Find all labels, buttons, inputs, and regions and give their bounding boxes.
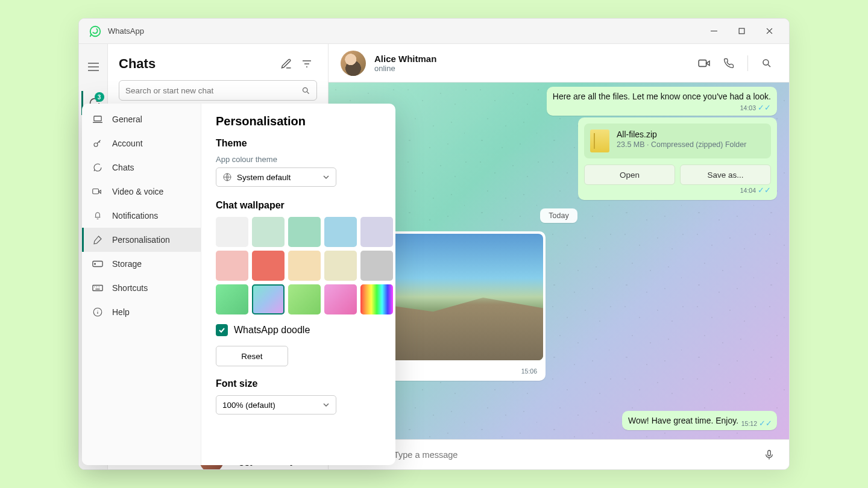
message-time: 14:03 <box>740 104 756 112</box>
chats-heading: Chats <box>119 56 276 72</box>
svg-point-25 <box>95 263 96 264</box>
message-text: Wow! Have great time. Enjoy. <box>628 416 738 425</box>
settings-item-shortcuts[interactable]: Shortcuts <box>82 276 201 300</box>
wallpaper-swatch[interactable] <box>252 217 285 247</box>
settings-item-storage[interactable]: Storage <box>82 252 201 276</box>
settings-popover: General Account Chats Video & voice Noti… <box>82 104 395 465</box>
doodle-checkbox[interactable]: WhatsApp doodle <box>216 324 381 336</box>
settings-item-personalisation[interactable]: Personalisation <box>82 228 201 252</box>
wallpaper-swatch[interactable] <box>324 284 357 314</box>
message-out[interactable]: Wow! Have great time. Enjoy. 15:12✓✓ <box>622 411 777 430</box>
wallpaper-swatch[interactable] <box>216 284 248 314</box>
wallpaper-swatch[interactable] <box>324 217 357 247</box>
date-separator: Today <box>540 208 577 223</box>
app-title: WhatsApp <box>108 27 144 36</box>
settings-item-help[interactable]: Help <box>82 300 201 324</box>
wallpaper-swatch[interactable] <box>216 217 248 247</box>
laptop-icon <box>92 113 104 125</box>
wallpaper-swatch[interactable] <box>252 284 285 314</box>
checkbox-icon <box>216 324 228 336</box>
close-button[interactable] <box>755 19 783 44</box>
maximize-button[interactable] <box>728 19 755 44</box>
file-name: All-files.zip <box>617 130 746 139</box>
svg-point-11 <box>303 87 308 92</box>
font-heading: Font size <box>216 378 381 389</box>
new-chat-button[interactable] <box>276 54 297 74</box>
theme-dropdown[interactable]: System default <box>216 167 336 187</box>
key-icon <box>92 137 104 149</box>
search-field[interactable] <box>125 86 301 95</box>
svg-line-15 <box>768 64 770 67</box>
search-input[interactable] <box>119 80 317 101</box>
wallpaper-swatch[interactable] <box>288 217 321 247</box>
read-ticks-icon: ✓✓ <box>758 186 771 194</box>
info-icon <box>92 306 104 318</box>
wallpaper-swatch[interactable] <box>216 251 248 281</box>
theme-label: App colour theme <box>216 155 381 164</box>
svg-point-14 <box>763 60 769 65</box>
contact-status: online <box>374 64 436 73</box>
wallpaper-swatch[interactable] <box>324 251 357 281</box>
file-attachment[interactable]: All-files.zip 23.5 MB · Compressed (zipp… <box>578 117 777 200</box>
wallpaper-heading: Chat wallpaper <box>216 200 381 211</box>
wallpaper-swatch[interactable] <box>252 251 285 281</box>
separator <box>747 55 748 71</box>
search-in-chat-button[interactable] <box>756 53 777 74</box>
svg-point-22 <box>94 143 98 146</box>
svg-rect-13 <box>699 60 706 66</box>
settings-item-account[interactable]: Account <box>82 131 201 155</box>
wallpaper-swatch[interactable] <box>360 251 393 281</box>
wallpaper-swatch[interactable] <box>288 284 321 314</box>
svg-line-12 <box>307 92 309 93</box>
wallpaper-swatch[interactable] <box>360 217 393 247</box>
settings-item-video[interactable]: Video & voice <box>82 180 201 204</box>
reset-button[interactable]: Reset <box>216 346 288 366</box>
chevron-down-icon <box>322 402 330 407</box>
message-composer <box>329 439 789 469</box>
hamburger-menu-icon[interactable] <box>81 55 105 79</box>
settings-item-notifications[interactable]: Notifications <box>82 204 201 228</box>
conversation-panel: Alice Whitman online Here are all the fi… <box>329 44 789 469</box>
whatsapp-logo-icon <box>89 25 102 38</box>
titlebar[interactable]: WhatsApp <box>79 19 789 44</box>
message-time: 15:12 <box>741 419 757 428</box>
theme-value: System default <box>237 173 291 182</box>
svg-rect-20 <box>94 116 101 121</box>
message-out[interactable]: Here are all the files. Let me know once… <box>547 87 777 116</box>
settings-sidebar: General Account Chats Video & voice Noti… <box>82 104 201 465</box>
message-time: 14:04 <box>740 187 756 194</box>
message-input[interactable] <box>394 450 752 460</box>
wallpaper-swatches <box>216 217 381 314</box>
bell-icon <box>92 210 104 222</box>
read-ticks-icon: ✓✓ <box>758 104 771 111</box>
chat-icon <box>92 161 104 174</box>
message-text: Here are all the files. Let me know once… <box>553 92 771 101</box>
chevron-down-icon <box>322 175 330 180</box>
file-info: 23.5 MB · Compressed (zipped) Folder <box>617 140 746 149</box>
settings-item-chats[interactable]: Chats <box>82 155 201 180</box>
open-file-button[interactable]: Open <box>584 164 675 185</box>
theme-heading: Theme <box>216 138 381 149</box>
settings-item-general[interactable]: General <box>82 107 201 131</box>
video-icon <box>92 186 104 198</box>
brush-icon <box>92 234 104 246</box>
wallpaper-swatch[interactable] <box>360 284 393 314</box>
keyboard-icon <box>92 282 104 294</box>
save-as-button[interactable]: Save as... <box>680 164 771 185</box>
filter-button[interactable] <box>297 54 317 74</box>
voice-call-button[interactable] <box>719 53 739 74</box>
zip-file-icon <box>590 130 609 152</box>
settings-title: Personalisation <box>216 114 381 128</box>
video-call-button[interactable] <box>694 53 715 74</box>
mic-button[interactable] <box>759 445 779 465</box>
message-time: 15:06 <box>521 368 537 375</box>
svg-rect-19 <box>768 450 771 455</box>
minimize-button[interactable] <box>700 19 728 44</box>
theme-icon <box>222 172 232 182</box>
contact-avatar[interactable] <box>341 51 366 76</box>
font-size-dropdown[interactable]: 100% (default) <box>216 395 336 414</box>
svg-rect-26 <box>93 286 102 291</box>
search-icon <box>301 86 310 95</box>
wallpaper-swatch[interactable] <box>288 251 321 281</box>
doodle-label: WhatsApp doodle <box>234 325 310 336</box>
